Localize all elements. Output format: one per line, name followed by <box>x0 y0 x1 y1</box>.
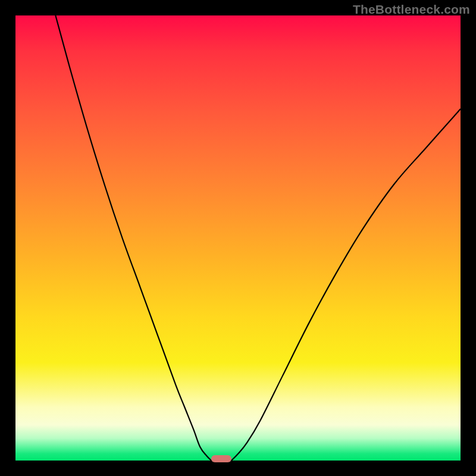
chart-frame: TheBottleneck.com <box>0 0 476 476</box>
minimum-marker <box>211 455 231 462</box>
plot-area <box>15 15 461 461</box>
curve-right-branch <box>231 109 461 461</box>
watermark: TheBottleneck.com <box>353 2 470 17</box>
curve-left-branch <box>55 15 211 461</box>
bottleneck-curve <box>15 15 461 461</box>
